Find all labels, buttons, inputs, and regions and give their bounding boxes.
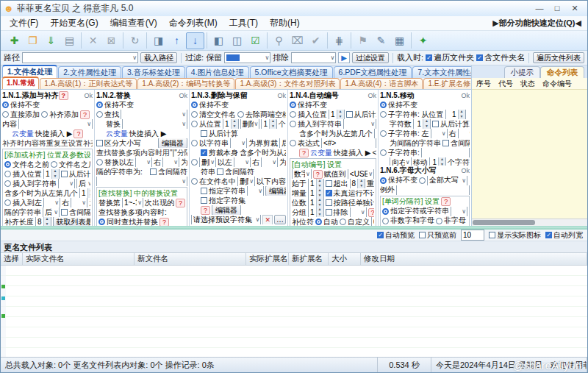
tab-main-3[interactable]: 3.音乐标签处理 xyxy=(122,66,185,78)
checkbox[interactable]: 含间隔符 xyxy=(442,138,470,148)
path-combo[interactable]: ∨ xyxy=(22,52,138,63)
help-icon[interactable]: ? xyxy=(201,206,210,215)
spin-input[interactable]: 1▲▼ xyxy=(79,188,90,198)
radio-option[interactable]: 自定义 xyxy=(340,217,370,226)
refresh-icon[interactable]: ↻ xyxy=(126,32,144,49)
radio-option[interactable] xyxy=(191,159,198,166)
preview-count-input[interactable]: 10 xyxy=(461,230,484,241)
menu-item[interactable]: 工具(T) xyxy=(223,17,264,29)
checkbox[interactable]: 从后计算 xyxy=(432,119,470,129)
spin-arrows[interactable]: ▲▼ xyxy=(87,188,90,198)
remove-icon[interactable]: ✕ xyxy=(84,32,102,49)
column-header[interactable]: 实际扩展名 xyxy=(246,253,289,265)
spin-input[interactable]: 1▲▼ xyxy=(43,169,60,179)
spin-input[interactable]: 1▲▼ xyxy=(445,110,466,119)
filter-settings-button[interactable]: 过滤设置 xyxy=(352,52,389,63)
tab-sub-4[interactable]: 1.A.高级(3)：文件名对照列表 xyxy=(235,78,340,89)
checkbox[interactable]: 含间隔符 xyxy=(61,207,90,217)
filter-exclude-combo[interactable]: ∨ xyxy=(291,52,336,63)
filter-keep-combo[interactable]: ∨ xyxy=(224,52,270,63)
column-header[interactable]: 实际文件名 xyxy=(23,253,135,265)
close-button[interactable]: ✕ xyxy=(570,4,580,13)
radio-option[interactable]: 插入位置 xyxy=(4,169,42,179)
combo-box[interactable]: 向右∨ xyxy=(390,157,412,166)
radio-option[interactable]: 保持不变 xyxy=(290,100,327,110)
auto-column-width-checkbox[interactable]: ✓自动列宽 xyxy=(545,230,583,241)
spin-arrows[interactable]: ▲▼ xyxy=(43,217,51,226)
spin-arrows[interactable]: ▲▼ xyxy=(316,198,323,207)
combo-box[interactable]: ∨ xyxy=(121,110,187,119)
panel-ok-button[interactable]: Ok xyxy=(277,92,286,99)
radio-option[interactable]: 表达式 xyxy=(290,138,320,148)
spin-input[interactable]: 1▲▼ xyxy=(374,129,376,138)
combo-box[interactable]: ∨ xyxy=(234,157,251,167)
show-real-icons-checkbox[interactable]: 显示实际图标 xyxy=(489,230,541,241)
table-edit-icon[interactable]: ✎ xyxy=(372,32,390,49)
combo-box[interactable]: ∨ xyxy=(261,157,278,167)
checkbox[interactable]: 指定字符串 xyxy=(201,186,245,196)
combo-box[interactable]: 1~-1∨ xyxy=(122,198,143,207)
combo-box[interactable]: 后∨ xyxy=(279,138,286,148)
spin-arrows[interactable]: ▲▼ xyxy=(458,110,465,119)
menu-item[interactable]: 命令列表(M) xyxy=(163,17,223,29)
save-list-icon[interactable]: ▤ xyxy=(60,32,79,49)
clear-button[interactable]: ✕ xyxy=(262,215,273,224)
menu-item[interactable]: 帮助(H) xyxy=(264,17,306,29)
import-list-icon[interactable]: ⇓ xyxy=(42,32,60,49)
flag-icon[interactable]: ⚑ xyxy=(354,32,372,49)
combo-box[interactable]: 删除∨ xyxy=(237,177,255,186)
spin-arrows[interactable]: ▲▼ xyxy=(269,119,276,129)
radio-option[interactable]: 非字母 xyxy=(436,216,466,226)
radio-option[interactable] xyxy=(419,177,426,184)
checkbox[interactable]: 排除 xyxy=(326,207,348,217)
checkbox[interactable]: 含间隔符 xyxy=(150,167,187,177)
column-header[interactable]: 大小 xyxy=(329,253,361,265)
radio-option[interactable]: 插入到左 xyxy=(4,198,42,207)
radio-option[interactable]: 子字符串: xyxy=(380,148,420,157)
radio-option[interactable]: 保持不变 xyxy=(191,100,229,110)
combo-box[interactable]: ∨ xyxy=(343,119,376,129)
combo-box[interactable]: ∨ xyxy=(43,198,60,207)
spin-arrows[interactable]: ▲▼ xyxy=(423,119,430,129)
radio-option[interactable]: 保持不变 xyxy=(2,100,40,110)
tab-main-5[interactable]: 5.Office文档摘要处理 xyxy=(250,66,333,78)
help-icon[interactable]: ? xyxy=(441,197,451,206)
radio-option[interactable]: 非数字和字母 xyxy=(382,216,434,226)
checkbox[interactable]: 从后计算 xyxy=(201,129,238,138)
help-icon[interactable]: ? xyxy=(368,208,374,217)
text-input[interactable]: <#> xyxy=(321,138,376,148)
include-folder-names-checkbox[interactable]: ✓含文件夹名 xyxy=(476,52,525,63)
columns-left-icon[interactable]: ◧ xyxy=(209,32,228,49)
combo-box[interactable]: ∨ xyxy=(135,157,152,167)
help-icon[interactable]: ? xyxy=(176,199,185,207)
trash-icon[interactable]: ⌧ xyxy=(288,32,306,49)
combo-box[interactable]: ∨ xyxy=(58,179,75,188)
radio-option[interactable]: 清空文件名 xyxy=(191,110,236,119)
spin-input[interactable]: 1▲▼ xyxy=(308,198,324,207)
panel-ok-button[interactable]: Ok xyxy=(179,92,187,99)
radio-option[interactable]: 保持不变 xyxy=(380,100,417,110)
tab-sub-2[interactable]: 1.A.高级(1)：正则表达式等 xyxy=(40,78,137,89)
column-header[interactable]: 新文件名 xyxy=(135,253,246,265)
combo-box[interactable]: 删除∨ xyxy=(240,119,260,129)
radio-option[interactable]: 文件名之后 xyxy=(51,160,90,169)
button[interactable]: … xyxy=(274,215,286,224)
text-input[interactable] xyxy=(396,185,470,195)
radio-option[interactable]: 子字符串: 左 xyxy=(380,129,429,138)
spin-input[interactable]: 8▲▼ xyxy=(35,217,51,226)
text-input[interactable] xyxy=(421,148,470,157)
checkbox[interactable]: 指定字符集 xyxy=(201,196,245,205)
spin-arrows[interactable]: ▲▼ xyxy=(357,179,365,188)
command-list-hscrollbar[interactable] xyxy=(472,219,587,226)
panel-up-icon[interactable]: ↑ xyxy=(168,32,186,49)
search-icon[interactable]: ⚲ xyxy=(270,32,288,49)
tab-main-6[interactable]: 6.PDF文档属性处理 xyxy=(334,66,412,78)
button[interactable]: 编辑器 xyxy=(158,138,187,148)
spin-input[interactable]: 1▲▼ xyxy=(329,110,345,119)
spin-arrows[interactable]: ▲▼ xyxy=(316,207,323,217)
radio-option[interactable]: 从位置 xyxy=(191,119,221,129)
combo-box[interactable]: ∨ xyxy=(451,207,467,216)
columns-icon[interactable]: ◫ xyxy=(228,32,246,49)
command-list-body[interactable] xyxy=(472,90,587,219)
radio-option[interactable]: 同时查找并替换 xyxy=(98,217,158,226)
